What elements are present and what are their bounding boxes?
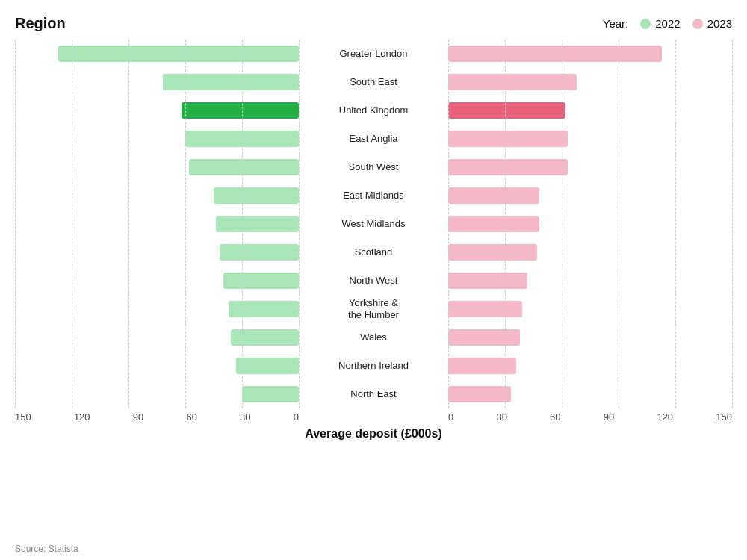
right-bar-row [448,352,732,380]
region-label-4: South West [349,153,399,181]
region-label-7: Scotland [355,238,393,267]
right-bar-row [448,210,732,238]
main-layout: Greater LondonSouth EastUnited KingdomEa… [15,40,732,408]
x-axis-label-left: 30 [240,411,250,423]
x-axis-row: 1501209060300 0306090120150 [15,411,732,423]
bar-2023-1 [448,74,577,90]
bar-2022-4 [189,159,299,175]
bar-2022-10 [231,329,299,346]
grid-line-right-150 [732,40,733,408]
x-axis-right: 0306090120150 [448,411,732,423]
left-bar-row [15,380,299,408]
bar-2023-2 [448,102,565,119]
header-row: Region Year: 2022 2023 [15,15,732,32]
right-bar-row [448,181,732,210]
x-axis-title: Average deposit (£000s) [15,427,732,441]
region-label-10: Wales [360,323,387,352]
right-bar-row [448,238,732,267]
bar-2023-0 [448,46,662,62]
x-axis-label-left: 60 [186,411,196,423]
bar-2023-10 [448,329,520,346]
legend-2023: 2023 [692,17,732,30]
legend: Year: 2022 2023 [603,17,732,30]
x-axis-label-right: 90 [604,411,614,423]
bar-2022-11 [236,358,299,374]
bar-2023-8 [448,273,527,289]
left-bar-row [15,125,299,153]
bar-2022-6 [216,216,299,232]
right-bar-row [448,153,732,181]
bar-2023-7 [448,244,537,261]
left-bar-row [15,40,299,68]
legend-year-label: Year: [603,17,628,30]
x-axis-label-right: 120 [657,411,673,423]
left-bar-row [15,153,299,181]
bar-2022-7 [220,244,299,261]
region-label-2: United Kingdom [339,96,409,125]
region-label-1: South East [350,68,397,96]
left-bar-row [15,96,299,125]
x-axis-label-right: 0 [448,411,453,423]
right-bar-row [448,267,732,295]
bar-2023-12 [448,386,511,402]
bar-2023-11 [448,358,516,374]
x-axis-label-right: 30 [496,411,506,423]
legend-dot-2022 [640,19,651,29]
region-label-6: West Midlands [341,210,405,238]
right-bar-row [448,125,732,153]
left-bar-row [15,210,299,238]
bar-2023-6 [448,216,539,232]
right-bar-row [448,323,732,352]
left-bar-row [15,267,299,295]
legend-2022: 2022 [640,17,680,30]
x-axis-label-left: 90 [133,411,143,423]
legend-label-2023: 2023 [707,17,732,30]
x-axis-label-left: 120 [74,411,90,423]
left-bar-row [15,323,299,352]
x-axis-label-left: 150 [15,411,31,423]
region-label-9: Yorkshire &the Humber [348,295,399,323]
bar-2022-8 [223,273,299,289]
left-bar-row [15,68,299,96]
region-label-3: East Anglia [349,125,397,153]
right-bar-row [448,68,732,96]
x-axis-label-right: 150 [716,411,732,423]
bar-2022-2 [182,102,299,119]
bar-2023-3 [448,131,568,147]
bar-2023-4 [448,159,568,175]
bar-2022-1 [163,74,299,90]
left-bar-row [15,295,299,323]
right-bar-row [448,295,732,323]
region-label-8: North West [350,267,398,295]
right-bar-row [448,96,732,125]
left-bar-row [15,181,299,210]
bar-2022-0 [58,46,299,62]
x-axis-left: 1501209060300 [15,411,299,423]
chart-title: Region [15,15,66,32]
x-axis-center [299,411,448,423]
bar-2022-9 [229,301,299,317]
source-text: Source: Statista [15,544,78,554]
right-bar-row [448,40,732,68]
region-label-12: North East [350,380,396,408]
legend-dot-2023 [692,19,703,29]
right-bar-row [448,380,732,408]
right-chart [448,40,732,408]
left-bar-row [15,238,299,267]
bar-2022-5 [214,187,299,204]
legend-label-2022: 2022 [655,17,680,30]
x-axis-label-right: 60 [550,411,560,423]
bar-2022-3 [185,131,299,147]
bar-2023-9 [448,301,522,317]
region-label-0: Greater London [339,40,407,68]
left-chart [15,40,299,408]
bar-2022-12 [242,386,299,402]
region-label-11: Northern Ireland [338,352,409,380]
bar-2023-5 [448,187,539,204]
x-axis-label-left: 0 [294,411,299,423]
region-label-5: East Midlands [343,181,404,210]
left-bar-row [15,352,299,380]
center-labels: Greater LondonSouth EastUnited KingdomEa… [299,40,448,408]
chart-container: Region Year: 2022 2023 Greater LondonSou… [0,0,747,560]
